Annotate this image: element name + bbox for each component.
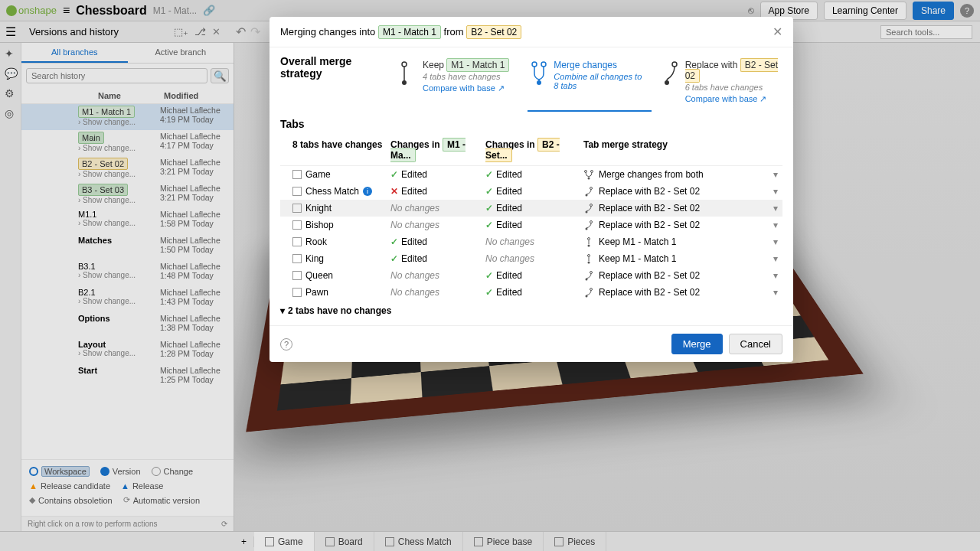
check-icon: ✓: [485, 287, 493, 298]
source-branch-tag: B2 - Set 02: [466, 25, 521, 39]
svg-point-14: [586, 194, 588, 197]
info-icon[interactable]: i: [363, 187, 372, 196]
keep-icon: [583, 253, 594, 264]
replace-icon: [662, 60, 679, 87]
compare-replace-link[interactable]: Compare with base ↗: [685, 94, 767, 104]
tab-merge-row[interactable]: King✓EditedNo changesKeep M1 - Match 1▾: [280, 250, 782, 267]
svg-point-3: [532, 62, 537, 67]
merge-icon: [531, 60, 547, 87]
tab-type-icon: [292, 187, 302, 196]
strategy-replace[interactable]: Replace with B2 - Set 02 6 tabs have cha…: [659, 55, 782, 112]
tab-type-icon: [292, 254, 302, 263]
svg-point-13: [590, 187, 593, 190]
tab-merge-row[interactable]: QueenNo changes✓EditedReplace with B2 - …: [280, 267, 782, 284]
tab-merge-row[interactable]: BishopNo changes✓EditedReplace with B2 -…: [280, 217, 782, 233]
svg-point-15: [590, 204, 593, 207]
tab-merge-row[interactable]: Rook✓EditedNo changesKeep M1 - Match 1▾: [280, 233, 782, 250]
check-icon: ✓: [485, 220, 493, 230]
svg-point-17: [590, 221, 593, 223]
merge-modal: Merging changes into M1 - Match 1 from B…: [270, 17, 793, 362]
check-icon: ✓: [485, 270, 493, 281]
strategy-keep[interactable]: Keep M1 - Match 1 4 tabs have changes Co…: [397, 55, 520, 112]
x-icon: ✕: [390, 186, 398, 197]
strategy-merge[interactable]: Merge changes Combine all changes to 8 t…: [528, 55, 651, 112]
collapse-no-changes[interactable]: ▾ 2 tabs have no changes: [270, 301, 793, 321]
merge-button[interactable]: Merge: [671, 334, 723, 354]
svg-point-2: [402, 80, 407, 85]
chevron-down-icon[interactable]: ▾: [773, 236, 778, 247]
strategy-label: Overall merge strategy: [280, 55, 386, 80]
chevron-down-icon[interactable]: ▾: [773, 270, 778, 281]
tab-merge-row[interactable]: Chess Matchi✕Edited✓EditedReplace with B…: [280, 183, 782, 200]
keep-icon: [400, 60, 416, 87]
tab-merge-row[interactable]: KnightNo changes✓EditedReplace with B2 -…: [280, 200, 782, 217]
tabs-table-header: 8 tabs have changes Changes in M1 - Ma..…: [280, 135, 782, 166]
tab-merge-row[interactable]: Game✓Edited✓EditedMerge changes from bot…: [280, 166, 782, 183]
replace-icon: [583, 270, 594, 281]
svg-point-12: [588, 178, 590, 180]
check-icon: ✓: [390, 253, 398, 264]
replace-icon: [583, 220, 594, 230]
check-icon: ✓: [390, 169, 398, 180]
tab-type-icon: [292, 271, 302, 280]
svg-point-19: [588, 238, 590, 240]
check-icon: ✓: [485, 169, 493, 180]
replace-icon: [583, 203, 594, 214]
close-icon[interactable]: ✕: [773, 24, 782, 39]
check-icon: ✓: [485, 203, 493, 214]
svg-point-24: [588, 262, 590, 264]
merge-icon: [583, 169, 594, 180]
modal-header: Merging changes into M1 - Match 1 from B…: [270, 17, 793, 47]
svg-point-22: [588, 255, 590, 257]
check-icon: ✓: [390, 236, 398, 247]
chevron-down-icon[interactable]: ▾: [773, 203, 778, 214]
chevron-down-icon: ▾: [280, 305, 285, 316]
svg-point-7: [672, 62, 677, 67]
chevron-down-icon[interactable]: ▾: [773, 287, 778, 298]
tab-type-icon: [292, 237, 302, 246]
svg-point-28: [586, 295, 588, 298]
svg-point-4: [541, 62, 546, 67]
tab-type-icon: [292, 220, 302, 230]
svg-point-11: [591, 171, 593, 173]
svg-point-16: [586, 211, 588, 214]
chevron-down-icon[interactable]: ▾: [773, 220, 778, 230]
cancel-button[interactable]: Cancel: [729, 334, 782, 354]
svg-point-21: [588, 245, 590, 247]
tab-type-icon: [292, 204, 302, 213]
check-icon: ✓: [485, 186, 493, 197]
keep-icon: [583, 236, 594, 247]
svg-point-27: [590, 289, 593, 291]
tab-merge-row[interactable]: PawnNo changes✓EditedReplace with B2 - S…: [280, 284, 782, 301]
chevron-down-icon[interactable]: ▾: [773, 253, 778, 264]
compare-keep-link[interactable]: Compare with base ↗: [423, 83, 505, 93]
tabs-section-label: Tabs: [280, 118, 782, 130]
svg-point-10: [585, 171, 587, 173]
chevron-down-icon[interactable]: ▾: [773, 169, 778, 180]
svg-point-26: [586, 279, 588, 281]
chevron-down-icon[interactable]: ▾: [773, 186, 778, 197]
target-branch-tag: M1 - Match 1: [378, 25, 441, 39]
replace-icon: [583, 186, 594, 197]
replace-icon: [583, 287, 594, 298]
tab-type-icon: [292, 288, 302, 297]
svg-point-25: [590, 272, 593, 274]
svg-point-0: [402, 62, 407, 67]
svg-point-18: [586, 228, 588, 230]
help-icon[interactable]: ?: [280, 338, 292, 350]
tab-type-icon: [292, 170, 302, 179]
